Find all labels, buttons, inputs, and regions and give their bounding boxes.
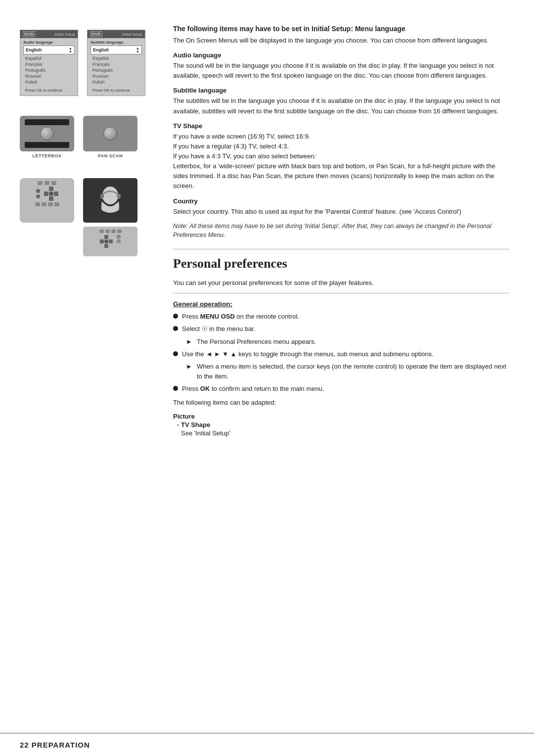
dpad-empty-tr [54, 187, 58, 191]
remote-bottom-btns [23, 202, 71, 206]
right-panel: The following items may have to be set i… [158, 20, 534, 703]
bullet-item-2: Select ☉ in the menu bar. [173, 324, 509, 334]
remote-top-btns [23, 181, 71, 185]
initial-setup-heading: The following items may have to be set i… [173, 25, 509, 33]
tv-panscan-container: PAN SCAN [83, 116, 137, 158]
general-operation-heading: General operation: [173, 300, 509, 308]
dvd-header-title-2: Initial Setup [122, 32, 142, 37]
personal-preferences-title: Personal preferences [173, 256, 509, 271]
tv-panscan-screen [88, 119, 133, 148]
tv-letterbox-image [25, 125, 69, 142]
dvd-body-2: Subtitle language English ▲▼ Español Fra… [88, 38, 145, 95]
dpad-empty-tl [44, 187, 48, 191]
bullet-1-text: Press MENU OSD on the remote control. [182, 312, 299, 322]
section-divider [173, 249, 509, 249]
dvd-header-1: DVD Initial Setup [20, 30, 78, 38]
svg-rect-5 [117, 194, 121, 198]
tv-shape-line1: If you have a wide screen (16:9) TV, sel… [173, 133, 311, 140]
tv-letterbox-display [25, 119, 69, 148]
tv-shape-sub: - TV Shape [177, 421, 509, 428]
menu-language-body: The On Screen Menus will be displayed in… [173, 36, 509, 46]
sdp-l [100, 239, 104, 243]
sdp-u [104, 235, 108, 239]
head-icon-svg [97, 186, 124, 215]
dvd-list-item-2-3: Russian [90, 73, 142, 79]
tv-letterbox-label: LETTERBOX [32, 153, 61, 158]
remote-small-mid [100, 235, 121, 248]
country-heading: Country [173, 197, 509, 205]
bullet-2-text: Select ☉ in the menu bar. [182, 324, 256, 334]
page: DVD Initial Setup Audio language English… [0, 0, 534, 756]
dvd-press-ok-2: Press OK to continue [90, 87, 142, 94]
dvd-list-item-2-4: Polish [90, 79, 142, 85]
dvd-section-label-2: Subtitle language [90, 40, 142, 45]
head-icon-box [83, 178, 137, 223]
dpad-up [49, 187, 53, 191]
bullet-item-5-arrow: ► When a menu item is selected, the curs… [186, 362, 509, 381]
dpad-right [54, 191, 58, 196]
tv-shape-lines: If you have a wide screen (16:9) TV, sel… [173, 132, 509, 191]
audio-language-heading: Audio language [173, 51, 509, 59]
sdp-br [109, 244, 113, 248]
main-content: DVD Initial Setup Audio language English… [0, 0, 534, 733]
dvd-list-item-2-1: Français [90, 61, 142, 67]
remote-sm-btn-2 [36, 194, 40, 198]
bullet-6-text: Press OK to confirm and return to the ma… [182, 384, 324, 394]
bullet-5-text: When a menu item is selected, the cursor… [197, 362, 509, 381]
remote-btn-1 [38, 181, 43, 185]
remote-sm-btn-1 [36, 189, 40, 193]
tv-panscan-box [83, 116, 137, 151]
srb2 [117, 239, 121, 243]
bullet-1-bold: MENU OSD [200, 313, 235, 320]
bullet-item-4: Use the ◄ ► ▼ ▲ keys to toggle through t… [173, 349, 509, 359]
srb1 [117, 235, 121, 238]
dvd-list-item-2-2: Português [90, 67, 142, 73]
sdp-r [109, 239, 113, 243]
tv-shape-body: Letterbox, for a 'wide-screen' picture w… [173, 162, 495, 189]
remote-small-dpad [100, 235, 113, 248]
bullet-item-1: Press MENU OSD on the remote control. [173, 312, 509, 322]
dvd-screen-audio: DVD Initial Setup Audio language English… [20, 30, 78, 96]
dvd-body-1: Audio language English ▲▼ Español França… [20, 38, 78, 95]
tv-shape-line3: If you have a 4:3 TV, you can also selec… [173, 152, 316, 160]
subtitle-language-body: The subtitles will be in the language yo… [173, 96, 509, 116]
remote-btn-3 [51, 181, 56, 185]
bullet-dot-4 [173, 351, 178, 356]
rsb4 [117, 230, 122, 233]
dpad-empty-br [54, 196, 58, 201]
personal-preferences-body: You can set your personal preferences fo… [173, 278, 509, 288]
svg-rect-4 [100, 194, 104, 198]
remote-bottom-btn-1 [35, 202, 40, 206]
dvd-list-item-2-0: Español [90, 55, 142, 61]
bullet-item-6: Press OK to confirm and return to the ma… [173, 384, 509, 394]
arrow-icon-1: ► [186, 337, 194, 347]
tv-panscan-label: PAN SCAN [98, 153, 123, 158]
bullet-6-bold: OK [200, 385, 210, 392]
following-items-text: The following items can be adapted: [173, 398, 509, 408]
remote-btn-2 [44, 181, 49, 185]
dvd-arrow-1: ▲▼ [69, 47, 72, 53]
dvd-list-item-1-4: Polish [23, 79, 75, 85]
dvd-section-label-1: Audio language [23, 40, 75, 45]
bullet-item-3-arrow: ► The Personal Preferences menu appears. [186, 337, 509, 347]
dvd-list-item-1-1: Français [23, 61, 75, 67]
rsb2 [105, 230, 110, 233]
dvd-list-item-1-2: Português [23, 67, 75, 73]
tv-screens-row: LETTERBOX PAN SCAN [20, 116, 137, 158]
remote-bottom-btn-2 [42, 202, 46, 206]
remote-small-right [117, 235, 121, 248]
head-and-remote2 [83, 178, 137, 256]
rsb3 [111, 230, 116, 233]
dvd-logo-1: DVD [23, 31, 35, 37]
country-body: Select your country. This also is used a… [173, 207, 509, 217]
dvd-header-title-1: Initial Setup [54, 32, 75, 37]
bullet-4-text: Use the ◄ ► ▼ ▲ keys to toggle through t… [182, 349, 434, 359]
dpad-center [49, 191, 53, 196]
tv-letterbox-container: LETTERBOX [20, 116, 74, 158]
bullet-3-text: The Personal Preferences menu appears. [197, 337, 316, 347]
sdp-tr [109, 235, 113, 239]
remote-control-img [20, 178, 74, 223]
left-panel: DVD Initial Setup Audio language English… [0, 20, 158, 703]
dvd-press-ok-1: Press OK to continue [23, 87, 75, 94]
audio-language-body: The sound will be in the language you ch… [173, 61, 509, 81]
